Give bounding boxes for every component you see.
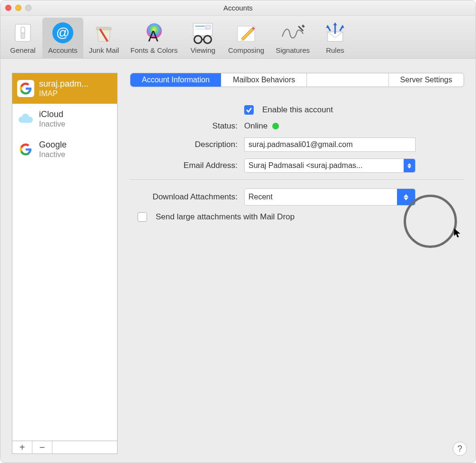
accounts-list-footer: + − [12,441,118,454]
account-form: Enable this account Status: Online Descr… [130,105,464,228]
stepper-icon [397,189,415,205]
account-row-google[interactable]: Google Inactive [12,134,117,165]
svg-rect-2 [21,27,25,33]
toolbar-accounts[interactable]: @ Accounts [42,18,83,58]
svg-point-13 [194,36,202,43]
mail-drop-checkbox[interactable] [138,212,147,222]
download-attachments-label: Download Attachments: [130,192,244,202]
icloud-icon [17,110,34,128]
google-icon [17,141,34,158]
preferences-window: Accounts General @ Accounts Junk Mail [0,0,476,463]
toolbar-item-label: Rules [326,46,344,54]
toolbar-item-label: Accounts [48,46,78,54]
accounts-sidebar: suraj.padm... IMAP iCloud Inactive [12,73,118,454]
stepper-icon [404,159,415,172]
svg-rect-12 [206,25,210,29]
tab-mailbox-behaviors[interactable]: Mailbox Behaviors [221,73,307,87]
separator [130,179,464,180]
account-name: suraj.padm... [39,79,89,89]
google-icon [17,80,34,97]
email-address-select[interactable]: Suraj Padmasali <suraj.padmas... [244,158,416,173]
toolbar-viewing[interactable]: Viewing [183,18,222,58]
glasses-icon [190,20,215,45]
toolbar-composing[interactable]: Composing [222,18,270,58]
help-button[interactable]: ? [453,442,467,456]
toolbar-item-label: Signatures [276,46,310,54]
description-label: Description: [130,140,244,149]
titlebar: Accounts [0,0,476,16]
email-address-label: Email Address: [130,161,244,170]
account-name: iCloud [39,109,65,120]
mail-drop-label: Send large attachments with Mail Drop [156,212,295,222]
trash-icon [91,20,116,45]
download-attachments-value: Recent [245,193,397,201]
toolbar-item-label: Fonts & Colors [130,46,178,54]
toolbar-item-label: Viewing [190,46,215,54]
tab-account-information[interactable]: Account Information [130,73,221,87]
account-status: IMAP [39,89,89,98]
toolbar-item-label: General [10,46,35,54]
status-indicator-icon [272,123,279,129]
toolbar-fonts[interactable]: A Fonts & Colors [125,18,183,58]
tab-server-settings[interactable]: Server Settings [388,73,464,87]
enable-account-label: Enable this account [262,105,333,115]
signature-icon [280,20,305,45]
enable-account-checkbox[interactable] [244,105,254,115]
content-area: suraj.padm... IMAP iCloud Inactive [0,59,476,463]
download-attachments-select[interactable]: Recent [244,188,416,206]
status-value: Online [244,121,268,131]
toolbar-item-label: Composing [228,46,264,54]
switch-icon [10,20,35,45]
toolbar-signatures[interactable]: Signatures [270,18,316,58]
account-row-gmail[interactable]: suraj.padm... IMAP [12,73,117,104]
svg-text:@: @ [56,25,69,40]
svg-point-14 [204,36,211,43]
account-name: Google [39,140,67,150]
preferences-toolbar: General @ Accounts Junk Mail A Fonts & C… [0,16,476,59]
account-status: Inactive [39,150,67,159]
account-status: Inactive [39,119,65,128]
remove-account-button[interactable]: − [32,441,52,453]
description-input[interactable]: suraj.padmasali01@gmail.com [244,138,416,152]
email-address-value: Suraj Padmasali <suraj.padmas... [245,161,404,170]
window-title: Accounts [0,4,476,12]
account-tabs: Account Information Mailbox Behaviors Se… [130,73,464,87]
accounts-list: suraj.padm... IMAP iCloud Inactive [12,73,118,441]
toolbar-item-label: Junk Mail [89,46,119,54]
cursor-icon [454,228,462,241]
toolbar-junk[interactable]: Junk Mail [83,18,125,58]
fonts-icon: A [142,20,167,45]
svg-text:A: A [148,28,159,44]
account-detail-pane: Account Information Mailbox Behaviors Se… [130,73,464,454]
toolbar-rules[interactable]: Rules [316,18,355,58]
toolbar-general[interactable]: General [3,18,42,58]
pencil-icon [234,20,258,45]
rules-icon [323,20,347,45]
add-account-button[interactable]: + [12,441,32,453]
svg-rect-5 [96,27,111,30]
at-icon: @ [50,20,75,45]
status-label: Status: [130,121,244,131]
account-row-icloud[interactable]: iCloud Inactive [12,104,117,134]
